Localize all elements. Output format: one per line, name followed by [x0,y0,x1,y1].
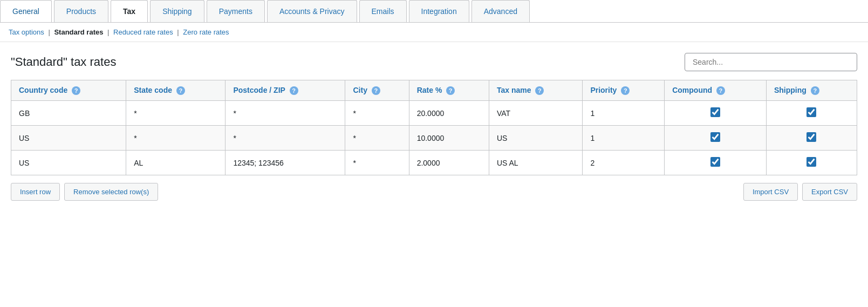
col-state-code: State code ? [126,80,225,101]
cell-city-0: * [345,101,409,126]
col-postcode-zip: Postcode / ZIP ? [225,80,345,101]
cell-compound-2 [665,151,767,175]
cell-priority-1: 1 [583,126,665,151]
cell-tax_name-0: VAT [489,101,582,126]
breadcrumb-sep1: | [48,28,50,36]
table-row: USAL12345; 123456*2.0000US AL2 [11,151,857,175]
cell-rate_percent-0: 20.0000 [409,101,489,126]
table-row: GB***20.0000VAT1 [11,101,857,126]
cell-postcode_zip-0: * [225,101,345,126]
page-wrapper: General Products Tax Shipping Payments A… [0,0,868,307]
breadcrumb-reduced-rate[interactable]: Reduced rate rates [113,28,173,36]
col-country-code: Country code ? [11,80,126,101]
cell-priority-0: 1 [583,101,665,126]
col-priority: Priority ? [583,80,665,101]
cell-state_code-2: AL [126,151,225,175]
footer-right-actions: Import CSV Export CSV [743,183,857,201]
cell-postcode_zip-1: * [225,126,345,151]
tab-products[interactable]: Products [54,0,108,22]
tab-shipping[interactable]: Shipping [150,0,204,22]
shipping-checkbox-0[interactable] [807,107,816,117]
cell-compound-0 [665,101,767,126]
cell-country_code-0: GB [11,101,126,126]
tab-payments[interactable]: Payments [207,0,265,22]
state-code-help-icon[interactable]: ? [176,86,185,95]
cell-country_code-2: US [11,151,126,175]
search-input[interactable] [685,53,857,71]
col-tax-name: Tax name ? [489,80,582,101]
col-rate-percent: Rate % ? [409,80,489,101]
tax-table: Country code ? State code ? Postcode / Z… [11,80,857,175]
tab-accounts-privacy[interactable]: Accounts & Privacy [267,0,357,22]
tab-advanced[interactable]: Advanced [471,0,530,22]
compound-checkbox-1[interactable] [710,132,720,142]
cell-postcode_zip-2: 12345; 123456 [225,151,345,175]
cell-country_code-1: US [11,126,126,151]
cell-state_code-1: * [126,126,225,151]
table-header-row: Country code ? State code ? Postcode / Z… [11,80,857,101]
cell-compound-1 [665,126,767,151]
search-box [685,53,857,71]
breadcrumb-standard-rates: Standard rates [54,28,103,36]
compound-help-icon[interactable]: ? [716,86,725,95]
nav-tabs: General Products Tax Shipping Payments A… [0,0,868,23]
cell-priority-2: 2 [583,151,665,175]
col-shipping: Shipping ? [766,80,857,101]
postcode-help-icon[interactable]: ? [290,86,298,95]
footer-row: Insert row Remove selected row(s) Import… [11,183,857,201]
priority-help-icon[interactable]: ? [621,86,630,95]
compound-checkbox-0[interactable] [710,107,720,117]
cell-state_code-0: * [126,101,225,126]
insert-row-button[interactable]: Insert row [11,183,60,201]
import-csv-button[interactable]: Import CSV [743,183,798,201]
export-csv-button[interactable]: Export CSV [802,183,857,201]
table-row: US***10.0000US1 [11,126,857,151]
cell-tax_name-2: US AL [489,151,582,175]
country-code-help-icon[interactable]: ? [72,86,80,95]
remove-selected-button[interactable]: Remove selected row(s) [64,183,158,201]
tab-integration[interactable]: Integration [409,0,469,22]
city-help-icon[interactable]: ? [372,86,380,95]
content-area: "Standard" tax rates Country code ? Stat… [0,42,868,212]
tab-tax[interactable]: Tax [111,0,148,22]
rate-help-icon[interactable]: ? [446,86,455,95]
breadcrumb-sep2: | [107,28,109,36]
compound-checkbox-2[interactable] [710,157,720,167]
col-compound: Compound ? [665,80,767,101]
shipping-help-icon[interactable]: ? [811,86,819,95]
tab-emails[interactable]: Emails [359,0,407,22]
page-title: "Standard" tax rates [11,55,116,69]
cell-tax_name-1: US [489,126,582,151]
breadcrumb-sep3: | [177,28,179,36]
cell-shipping-1 [766,126,857,151]
shipping-checkbox-1[interactable] [807,132,816,142]
cell-rate_percent-2: 2.0000 [409,151,489,175]
breadcrumb-zero-rate[interactable]: Zero rate rates [183,28,229,36]
cell-shipping-2 [766,151,857,175]
breadcrumb-tax-options[interactable]: Tax options [9,28,44,36]
tab-general[interactable]: General [0,0,52,22]
breadcrumb: Tax options | Standard rates | Reduced r… [0,23,868,42]
cell-city-2: * [345,151,409,175]
footer-left-actions: Insert row Remove selected row(s) [11,183,158,201]
cell-city-1: * [345,126,409,151]
cell-rate_percent-1: 10.0000 [409,126,489,151]
shipping-checkbox-2[interactable] [807,157,816,167]
cell-shipping-0 [766,101,857,126]
tax-name-help-icon[interactable]: ? [535,86,544,95]
header-row: "Standard" tax rates [11,53,857,71]
col-city: City ? [345,80,409,101]
